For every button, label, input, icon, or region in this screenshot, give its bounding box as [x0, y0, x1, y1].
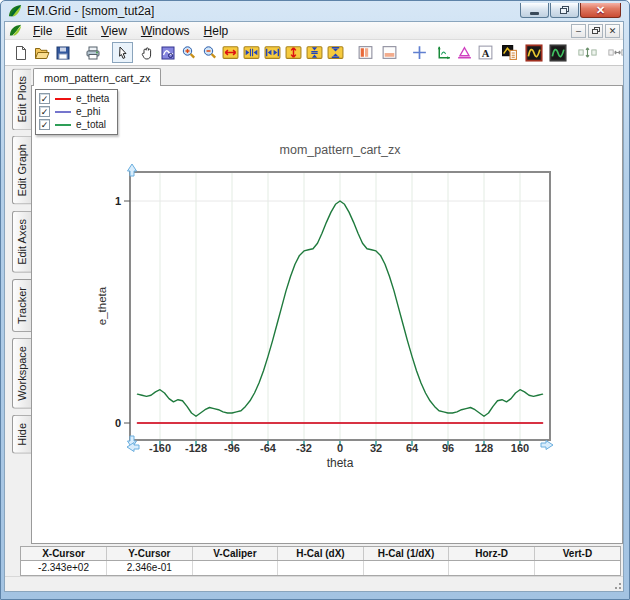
- svg-text:mom_pattern_cart_zx: mom_pattern_cart_zx: [280, 143, 402, 157]
- minimize-button[interactable]: [520, 3, 549, 18]
- save-button[interactable]: [52, 42, 73, 63]
- zoom-out-button[interactable]: [199, 42, 220, 63]
- checkbox-e-total[interactable]: ✓: [39, 119, 50, 130]
- plot-style-green-button[interactable]: [547, 42, 568, 63]
- print-button[interactable]: [82, 42, 103, 63]
- svg-text:160: 160: [511, 442, 529, 454]
- sidebar-tab-hide[interactable]: Hide: [12, 415, 31, 454]
- sidebar: Edit Plots Edit Graph Edit Axes Tracker …: [5, 66, 31, 544]
- sidebar-tab-edit-graph[interactable]: Edit Graph: [12, 136, 31, 205]
- crosshair-icon: [411, 44, 428, 61]
- overlay-plots-button[interactable]: [499, 42, 520, 63]
- axes-tracker-button[interactable]: [433, 42, 454, 63]
- split-vertical-button[interactable]: [355, 42, 376, 63]
- plot-style-dark-icon: [525, 44, 543, 62]
- child-close-button[interactable]: ✕: [605, 24, 620, 38]
- axes-icon: [435, 44, 452, 61]
- restore-icon: [560, 6, 569, 14]
- checkbox-e-theta[interactable]: ✓: [39, 93, 50, 104]
- zoom-in-button[interactable]: [178, 42, 199, 63]
- svg-text:theta: theta: [327, 456, 354, 470]
- svg-text:0: 0: [115, 417, 121, 429]
- shrink-y-button[interactable]: [304, 42, 325, 63]
- menu-edit[interactable]: Edit: [59, 23, 94, 39]
- caliper-icon: [456, 44, 473, 61]
- plot-panel: -160-128-96-64-32032649612816001mom_patt…: [31, 85, 623, 544]
- hand-icon: [139, 45, 155, 61]
- legend-line-e-total: [55, 124, 71, 126]
- overlay-plots-icon: [501, 44, 518, 61]
- fit-vertical-button[interactable]: [577, 42, 598, 63]
- value-v-caliper: [192, 560, 278, 575]
- text-icon: A: [477, 44, 494, 61]
- value-h-cal-1dx: [363, 560, 449, 575]
- text-label-button[interactable]: A: [475, 42, 496, 63]
- compress-y-button[interactable]: [325, 42, 346, 63]
- svg-text:0: 0: [337, 442, 343, 454]
- value-h-cal-dx: [278, 560, 364, 575]
- tab-strip: mom_pattern_cart_zx: [31, 66, 623, 85]
- print-icon: [85, 45, 101, 61]
- expand-y-button[interactable]: [283, 42, 304, 63]
- value-y-cursor: 2.346e-01: [107, 560, 193, 575]
- checkbox-e-phi[interactable]: ✓: [39, 106, 50, 117]
- split-horizontal-icon: [381, 44, 398, 61]
- resize-grip[interactable]: [612, 580, 622, 590]
- menu-help[interactable]: Help: [197, 23, 236, 39]
- plot-legend: ✓ e_theta ✓ e_phi ✓ e_total: [35, 89, 118, 135]
- crosshair-button[interactable]: [409, 42, 430, 63]
- close-button[interactable]: ✕: [580, 3, 621, 18]
- expand-x-button[interactable]: [220, 42, 241, 63]
- toolbar: A Layout: [5, 40, 623, 66]
- menu-file[interactable]: File: [26, 23, 59, 39]
- value-x-cursor: -2.343e+02: [21, 560, 107, 575]
- svg-text:-160: -160: [149, 442, 171, 454]
- svg-text:-128: -128: [185, 442, 207, 454]
- cursor-readout-table: X-Cursor Y-Cursor V-Caliper H-Cal (dX) H…: [20, 546, 621, 576]
- shrink-x-button[interactable]: [241, 42, 262, 63]
- menu-view[interactable]: View: [94, 23, 134, 39]
- open-file-button[interactable]: [31, 42, 52, 63]
- legend-item-e-theta: ✓ e_theta: [39, 92, 109, 105]
- compress-x-button[interactable]: [262, 42, 283, 63]
- svg-text:-32: -32: [296, 442, 312, 454]
- legend-line-e-phi: [55, 111, 71, 113]
- titlebar[interactable]: EM.Grid - [smom_tut2a] ✕: [1, 1, 629, 21]
- sidebar-tab-edit-plots[interactable]: Edit Plots: [12, 68, 31, 130]
- split-vertical-icon: [357, 44, 374, 61]
- app-window: EM.Grid - [smom_tut2a] ✕ File Edit View …: [0, 0, 630, 600]
- menu-windows[interactable]: Windows: [134, 23, 197, 39]
- expand-y-icon: [285, 44, 302, 61]
- new-file-button[interactable]: [10, 42, 31, 63]
- child-minimize-button[interactable]: –: [571, 24, 586, 38]
- compress-y-icon: [327, 44, 344, 61]
- caliper-button[interactable]: [454, 42, 475, 63]
- select-tool-button[interactable]: [112, 42, 133, 63]
- child-restore-button[interactable]: [588, 24, 603, 38]
- shrink-x-icon: [243, 44, 260, 61]
- svg-text:A: A: [482, 48, 490, 59]
- sidebar-tab-edit-axes[interactable]: Edit Axes: [12, 211, 31, 273]
- svg-text:e_theta: e_theta: [96, 286, 108, 325]
- child-restore-icon: [592, 27, 600, 35]
- svg-text:-96: -96: [224, 442, 240, 454]
- save-icon: [55, 45, 71, 61]
- document-logo-icon: [9, 24, 22, 37]
- open-folder-icon: [34, 45, 50, 61]
- zoom-out-icon: [202, 45, 218, 61]
- tab-mom-pattern-cart-zx[interactable]: mom_pattern_cart_zx: [33, 68, 161, 86]
- pan-tool-button[interactable]: [136, 42, 157, 63]
- fit-horizontal-button[interactable]: [607, 42, 623, 63]
- sidebar-tab-workspace[interactable]: Workspace: [12, 338, 31, 409]
- svg-text:96: 96: [442, 442, 454, 454]
- restore-button[interactable]: [550, 3, 579, 18]
- sidebar-tab-tracker[interactable]: Tracker: [12, 279, 31, 332]
- zoom-window-button[interactable]: [157, 42, 178, 63]
- fit-horizontal-icon: [608, 44, 623, 61]
- svg-text:64: 64: [406, 442, 419, 454]
- split-horizontal-button[interactable]: [379, 42, 400, 63]
- plot-canvas[interactable]: -160-128-96-64-32032649612816001mom_patt…: [32, 86, 626, 549]
- plot-style-dark-button[interactable]: [523, 42, 544, 63]
- client-area: File Edit View Windows Help – ✕: [4, 21, 624, 592]
- svg-text:128: 128: [475, 442, 493, 454]
